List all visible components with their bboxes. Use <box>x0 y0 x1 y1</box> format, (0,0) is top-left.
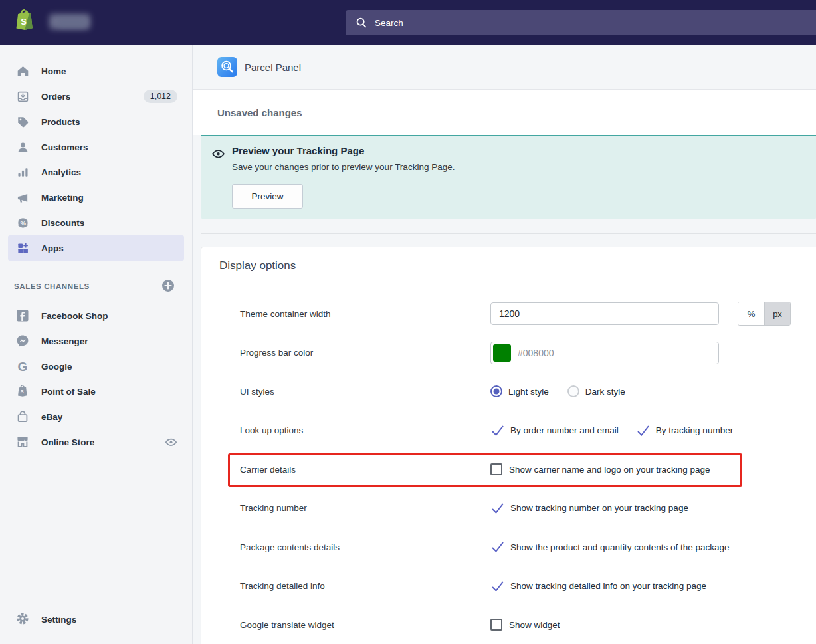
channel-ebay[interactable]: eBay <box>0 404 192 429</box>
search-icon <box>356 17 367 29</box>
channel-label: Messenger <box>41 336 88 346</box>
primary-nav: Home Orders 1,012 <box>0 45 192 261</box>
tracking-detail-row: Tracking detailed info Show tracking det… <box>201 567 816 606</box>
carrier-details-row: Carrier details Show carrier name and lo… <box>201 450 816 489</box>
orders-icon <box>16 90 29 103</box>
sidebar-item-label: Products <box>41 117 80 127</box>
topbar: S Search <box>0 0 816 45</box>
channel-point-of-sale[interactable]: S Point of Sale <box>0 379 192 404</box>
sidebar-item-label: Discounts <box>41 218 84 228</box>
sidebar-item-label: Orders <box>41 92 70 102</box>
channel-label: eBay <box>41 412 62 422</box>
channel-facebook-shop[interactable]: Facebook Shop <box>0 303 192 328</box>
ui-styles-control: Light style Dark style <box>490 385 625 397</box>
orders-count-badge: 1,012 <box>144 90 177 103</box>
products-tag-icon <box>16 115 29 128</box>
preview-button[interactable]: Preview <box>232 184 303 209</box>
sidebar-item-products[interactable]: Products <box>0 109 192 134</box>
unit-percent-option[interactable]: % <box>738 302 764 325</box>
analytics-icon <box>16 165 29 179</box>
sidebar-item-label: Analytics <box>41 167 81 177</box>
light-style-radio[interactable] <box>490 385 502 397</box>
google-translate-control: Show widget <box>490 619 560 631</box>
theme-width-input[interactable] <box>490 302 719 325</box>
shopify-logo[interactable]: S <box>15 9 36 33</box>
row-label: Tracking detailed info <box>240 581 459 591</box>
google-translate-checkbox[interactable] <box>490 619 502 631</box>
svg-text:S: S <box>21 17 27 27</box>
search-input[interactable]: Search <box>346 10 816 35</box>
svg-text:S: S <box>21 389 24 395</box>
unsaved-changes-bar: Unsaved changes <box>193 90 816 135</box>
tracking-detail-control: Show tracking detailed info on your trac… <box>490 579 706 593</box>
dark-style-radio[interactable] <box>567 385 579 397</box>
google-translate-row: Google translate widget Show widget <box>201 605 816 644</box>
checkmark-icon <box>490 540 505 554</box>
carrier-checkbox-label[interactable]: Show carrier name and logo on your track… <box>509 465 710 475</box>
ebay-bag-icon <box>16 410 29 423</box>
theme-width-row: Theme container width % px <box>201 294 816 334</box>
view-online-store-icon[interactable] <box>165 436 177 449</box>
preview-eye-icon <box>211 147 225 163</box>
row-label: Package contents details <box>240 542 459 552</box>
sales-channels-title: SALES CHANNELS <box>14 282 90 290</box>
tracking-detail-option-label: Show tracking detailed info on your trac… <box>510 581 706 591</box>
carrier-checkbox[interactable] <box>490 463 502 475</box>
app-header: Parcel Panel <box>193 45 816 90</box>
channel-label: Facebook Shop <box>41 311 108 321</box>
row-label: UI styles <box>240 387 459 397</box>
package-contents-option-label: Show the product and quantity contents o… <box>510 542 729 552</box>
sidebar-item-analytics[interactable]: Analytics <box>0 160 192 185</box>
page-title: Parcel Panel <box>245 62 301 73</box>
sidebar: Home Orders 1,012 <box>0 45 193 644</box>
sidebar-item-apps[interactable]: Apps <box>8 235 184 261</box>
channel-messenger[interactable]: Messenger <box>0 328 192 354</box>
light-style-label[interactable]: Light style <box>508 387 549 397</box>
checkmark-icon <box>636 423 651 438</box>
banner-title: Preview your Tracking Page <box>232 145 364 156</box>
tracking-number-row: Tracking number Show tracking number on … <box>201 489 816 528</box>
settings-gear-icon <box>16 612 29 627</box>
sidebar-item-customers[interactable]: Customers <box>0 134 192 160</box>
sidebar-item-home[interactable]: Home <box>0 58 192 84</box>
channel-google[interactable]: G Google <box>0 354 192 379</box>
display-options-rows: Theme container width % px Progress bar … <box>201 284 816 644</box>
store-name-blurred-2 <box>57 18 86 27</box>
row-label: Tracking number <box>240 503 459 513</box>
add-sales-channel-button[interactable] <box>161 279 175 294</box>
sales-channels-nav: Facebook Shop Messenger G Google <box>0 294 192 455</box>
row-label: Progress bar color <box>240 348 459 358</box>
sidebar-item-settings[interactable]: Settings <box>0 607 192 632</box>
section-divider <box>201 233 816 234</box>
sidebar-item-label: Home <box>41 66 66 76</box>
color-swatch[interactable] <box>493 344 511 362</box>
shopify-bag-icon: S <box>15 9 36 33</box>
row-label: Google translate widget <box>240 620 459 630</box>
channel-online-store[interactable]: Online Store <box>0 429 192 455</box>
ui-styles-row: UI styles Light style Dark style <box>201 372 816 411</box>
parcel-panel-app-icon <box>217 57 237 77</box>
row-label: Look up options <box>240 425 459 435</box>
progress-color-row: Progress bar color #008000 <box>201 334 816 373</box>
dark-style-label[interactable]: Dark style <box>585 387 625 397</box>
search-placeholder: Search <box>375 18 403 28</box>
look-up-control: By order number and email By tracking nu… <box>490 423 733 438</box>
apps-icon <box>16 241 29 255</box>
sidebar-item-discounts[interactable]: % Discounts <box>0 210 192 235</box>
sidebar-item-orders[interactable]: Orders 1,012 <box>0 84 192 109</box>
package-contents-control: Show the product and quantity contents o… <box>490 540 729 554</box>
color-value: #008000 <box>518 342 554 364</box>
messenger-icon <box>16 334 29 348</box>
facebook-icon <box>16 309 29 322</box>
color-input[interactable]: #008000 <box>490 342 719 364</box>
sidebar-item-marketing[interactable]: Marketing <box>0 185 192 210</box>
sales-channels-header: SALES CHANNELS <box>14 279 175 294</box>
unit-px-option[interactable]: px <box>764 302 790 325</box>
customers-icon <box>16 140 29 154</box>
checkmark-icon <box>490 501 505 516</box>
checkmark-icon <box>490 423 505 438</box>
checkmark-icon <box>490 579 505 593</box>
settings-label: Settings <box>41 615 76 625</box>
row-label: Theme container width <box>240 309 459 319</box>
google-translate-checkbox-label[interactable]: Show widget <box>509 620 560 630</box>
